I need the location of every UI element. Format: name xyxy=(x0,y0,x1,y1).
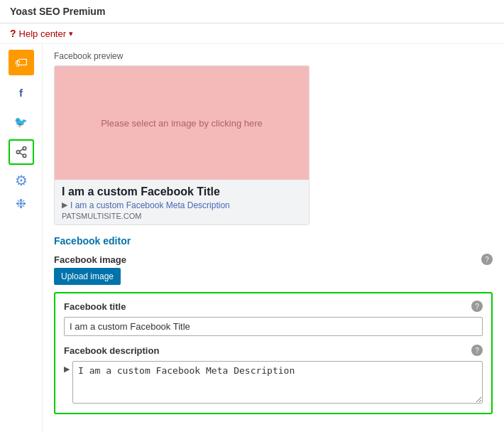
content-area: Facebook preview Please select an image … xyxy=(43,44,504,432)
sidebar-item-extra[interactable]: ❉ xyxy=(16,196,26,212)
textarea-wrapper: I am a custom Facebook Meta Description xyxy=(72,359,483,406)
fb-preview-description: I am a custom Facebook Meta Description xyxy=(70,200,230,210)
fb-preview-title: I am a custom Facebook Title xyxy=(62,185,302,198)
svg-line-4 xyxy=(19,149,23,151)
sidebar-item-seo[interactable]: 🏷 xyxy=(9,50,34,75)
help-icon: ? xyxy=(10,28,16,39)
fb-preview-domain: PATSMULTISITE.COM xyxy=(62,212,302,220)
title-field-group: Facebook title ? xyxy=(64,301,483,336)
sidebar-item-twitter[interactable]: 🐦 xyxy=(9,109,34,135)
preview-label: Facebook preview xyxy=(54,51,493,61)
share-icon xyxy=(15,146,28,158)
gear-icon: ⚙ xyxy=(15,173,28,188)
image-field-row: Facebook image ? xyxy=(54,254,493,265)
main-layout: 🏷 f 🐦 ⚙ ❉ xyxy=(0,44,504,432)
facebook-preview-card: Please select an image by clicking here … xyxy=(54,65,309,225)
sidebar-item-settings[interactable]: ⚙ xyxy=(15,172,28,189)
description-field-group: Facebook description ? ▶ I am a custom F… xyxy=(64,345,483,406)
twitter-icon: 🐦 xyxy=(14,116,28,129)
description-play-icon: ▶ xyxy=(64,364,70,374)
fb-image-placeholder[interactable]: Please select an image by clicking here xyxy=(55,66,309,180)
image-field-label: Facebook image xyxy=(54,254,126,265)
help-center-link[interactable]: Help center xyxy=(19,28,66,39)
sidebar-item-share[interactable] xyxy=(9,139,34,165)
top-bar: Yoast SEO Premium xyxy=(0,0,504,23)
svg-line-3 xyxy=(19,153,23,155)
facebook-editor-title: Facebook editor xyxy=(54,235,493,247)
description-label-row: Facebook description ? xyxy=(64,345,483,356)
help-arrow-icon: ▾ xyxy=(69,29,73,38)
fb-desc-row: ▶ I am a custom Facebook Meta Descriptio… xyxy=(62,200,302,212)
title-field-label: Facebook title xyxy=(64,301,126,312)
title-label-row: Facebook title ? xyxy=(64,301,483,312)
app-title: Yoast SEO Premium xyxy=(10,6,105,17)
help-bar: ? Help center ▾ xyxy=(0,23,504,44)
image-help-icon[interactable]: ? xyxy=(481,254,493,265)
sparkle-icon: ❉ xyxy=(16,197,26,211)
fb-card-body: I am a custom Facebook Title ▶ I am a cu… xyxy=(55,180,309,225)
description-help-icon[interactable]: ? xyxy=(471,345,483,356)
form-highlight-box: Facebook title ? Facebook description ? … xyxy=(54,292,493,414)
seo-icon: 🏷 xyxy=(15,55,28,70)
upload-image-button[interactable]: Upload image xyxy=(54,268,121,285)
fb-play-icon: ▶ xyxy=(62,200,67,210)
facebook-description-input[interactable]: I am a custom Facebook Meta Description xyxy=(72,361,483,404)
sidebar: 🏷 f 🐦 ⚙ ❉ xyxy=(0,44,43,432)
sidebar-item-facebook[interactable]: f xyxy=(9,80,34,105)
title-help-icon[interactable]: ? xyxy=(471,301,483,312)
description-input-row: ▶ I am a custom Facebook Meta Descriptio… xyxy=(64,359,483,406)
description-field-label: Facebook description xyxy=(64,345,159,356)
facebook-icon: f xyxy=(19,87,23,99)
facebook-title-input[interactable] xyxy=(64,317,483,336)
